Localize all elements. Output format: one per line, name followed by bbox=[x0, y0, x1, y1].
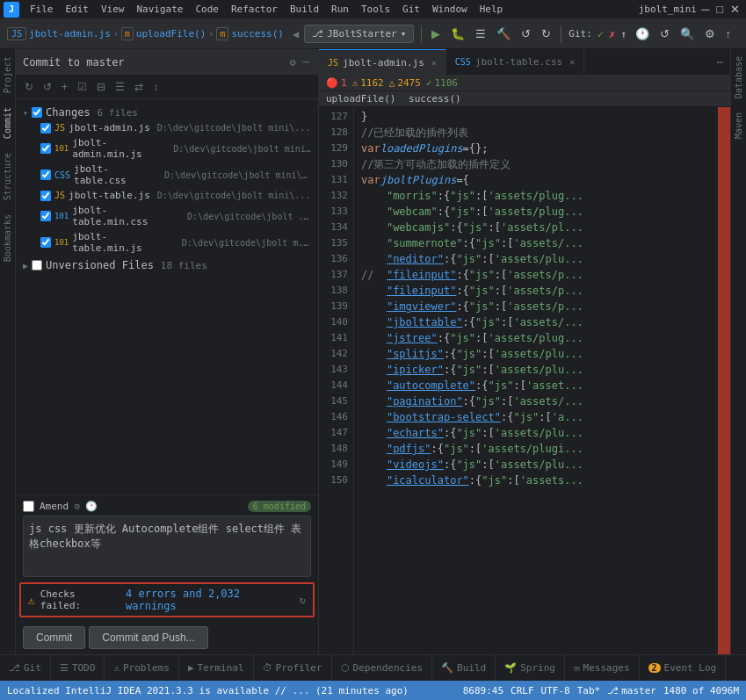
tab2-close-icon[interactable]: ✕ bbox=[569, 57, 575, 67]
bottom-tab-eventlog[interactable]: 2 Event Log bbox=[640, 655, 727, 681]
toolbar-back-btn[interactable]: ◀ bbox=[293, 28, 299, 40]
vc-add-btn[interactable]: + bbox=[58, 79, 71, 95]
file5-checkbox[interactable] bbox=[40, 211, 51, 221]
left-label-structure[interactable]: Structure bbox=[1, 146, 14, 207]
maximize-button[interactable]: □ bbox=[713, 0, 726, 18]
menu-run[interactable]: Run bbox=[326, 2, 354, 17]
menu-view[interactable]: View bbox=[96, 2, 130, 17]
bottom-tab-profiler[interactable]: ⏱ Profiler bbox=[254, 655, 332, 681]
unversioned-section-header[interactable]: ▶ Unversioned Files 18 files bbox=[16, 257, 318, 273]
status-encoding[interactable]: CRLF bbox=[511, 685, 534, 696]
code-content[interactable]: } //已经加载的插件列表 var loadedPlugins={}; //第三… bbox=[354, 107, 718, 654]
breadcrumb-method1[interactable]: uploadFile() bbox=[136, 28, 206, 40]
bottom-tab-messages[interactable]: ✉ Messages bbox=[565, 655, 640, 681]
commit-button[interactable]: Commit bbox=[23, 626, 85, 649]
menu-code[interactable]: Code bbox=[190, 2, 224, 17]
minimize-button[interactable]: ─ bbox=[699, 0, 712, 18]
bottom-tab-todo[interactable]: ☰ TODO bbox=[51, 655, 105, 681]
breadcrumb-upload[interactable]: uploadFile() bbox=[326, 93, 395, 105]
vc-refresh-btn[interactable]: ↻ bbox=[21, 79, 37, 95]
bottom-tab-spring[interactable]: 🌱 Spring bbox=[496, 655, 565, 681]
checks-errors-link[interactable]: 4 errors and 2,032 warnings bbox=[126, 588, 294, 612]
run-button[interactable]: ▶ bbox=[429, 25, 443, 43]
menu-tools[interactable]: Tools bbox=[356, 2, 395, 17]
unversioned-checkbox[interactable] bbox=[32, 260, 42, 271]
file6-checkbox[interactable] bbox=[40, 237, 51, 248]
menu-navigate[interactable]: Navigate bbox=[132, 2, 189, 17]
close-button[interactable]: ✕ bbox=[728, 0, 742, 18]
vc-settings-icon[interactable]: ⚙ bbox=[288, 54, 298, 70]
breadcrumb-method2[interactable]: success() bbox=[231, 28, 284, 40]
tab-jbolt-admin-js[interactable]: JS jbolt-admin.js ✕ bbox=[319, 49, 446, 75]
menu-help[interactable]: Help bbox=[474, 2, 509, 17]
bottom-tab-problems[interactable]: ⚠ Problems bbox=[105, 655, 179, 681]
status-branch[interactable]: ⎇ master bbox=[607, 685, 656, 696]
changes-checkbox[interactable] bbox=[32, 107, 42, 118]
file3-checkbox[interactable] bbox=[40, 170, 51, 180]
list-item[interactable]: 101 jbolt-table.min.js D:\dev\gitcode\jb… bbox=[16, 229, 318, 256]
checks-prefix: Checks failed: bbox=[40, 588, 120, 611]
search-everywhere-btn[interactable]: 🔍 bbox=[677, 25, 697, 43]
undo-button[interactable]: ↺ bbox=[518, 25, 533, 43]
update-btn[interactable]: ↑ bbox=[723, 25, 735, 43]
menu-refactor[interactable]: Refactor bbox=[226, 2, 283, 17]
list-item[interactable]: JS jbolt-table.js D:\dev\gitcode\jbolt_m… bbox=[16, 188, 318, 203]
tabs-more-icon[interactable]: ⋯ bbox=[710, 56, 730, 69]
file3-name: jbolt-table.css bbox=[74, 163, 157, 186]
vc-group-btn[interactable]: ☰ bbox=[112, 79, 128, 95]
vc-minimize-icon[interactable]: ─ bbox=[301, 54, 311, 70]
vc-check-all-btn[interactable]: ☑ bbox=[74, 79, 91, 95]
vc-sort-btn[interactable]: ↕ bbox=[149, 79, 162, 95]
commit-and-push-button[interactable]: Commit and Push... bbox=[89, 626, 207, 649]
left-label-bookmarks[interactable]: Bookmarks bbox=[1, 207, 14, 269]
branch-selector[interactable]: ⎇ JBoltStarter ▾ bbox=[304, 25, 414, 43]
list-item[interactable]: JS jbolt-admin.js D:\dev\gitcode\jbolt_m… bbox=[16, 120, 318, 135]
left-label-project[interactable]: Project bbox=[1, 49, 14, 100]
status-memory[interactable]: 1480 of 4096M bbox=[663, 685, 739, 696]
bottom-tab-terminal[interactable]: ▶ Terminal bbox=[179, 655, 254, 681]
redo-button[interactable]: ↻ bbox=[539, 25, 554, 43]
settings-btn[interactable]: ⚙ bbox=[702, 25, 718, 43]
right-scrollbar[interactable] bbox=[718, 107, 730, 654]
checks-refresh-icon[interactable]: ↻ bbox=[300, 594, 306, 606]
menu-build[interactable]: Build bbox=[285, 2, 324, 17]
status-indent[interactable]: Tab* bbox=[577, 685, 601, 696]
status-charset[interactable]: UTF-8 bbox=[541, 685, 570, 696]
breadcrumb-admin-js[interactable]: jbolt-admin.js bbox=[29, 28, 111, 40]
build-button[interactable]: 🔨 bbox=[494, 25, 513, 43]
changes-section-header[interactable]: ▾ Changes 6 files bbox=[16, 105, 318, 120]
list-item[interactable]: 101 jbolt-table.min.css D:\dev\gitcode\j… bbox=[16, 203, 318, 229]
right-label-maven[interactable]: Maven bbox=[732, 105, 745, 146]
menu-file[interactable]: File bbox=[25, 2, 59, 17]
git-undo-btn[interactable]: ↺ bbox=[657, 25, 672, 43]
left-label-commit[interactable]: Commit bbox=[1, 100, 14, 146]
tab-jbolt-table-css[interactable]: CSS jbolt-table.css ✕ bbox=[446, 49, 584, 75]
file1-checkbox[interactable] bbox=[40, 123, 51, 134]
menu-git[interactable]: Git bbox=[397, 2, 425, 17]
right-label-database[interactable]: Database bbox=[732, 49, 745, 105]
vc-uncheck-btn[interactable]: ⊟ bbox=[93, 79, 109, 95]
status-line[interactable]: 8689:45 bbox=[463, 685, 503, 696]
file4-path: D:\dev\gitcode\jbolt_mini\... bbox=[157, 191, 311, 200]
bottom-tab-git[interactable]: ⎇ Git bbox=[0, 655, 51, 681]
bottom-tab-dependencies[interactable]: ⬡ Dependencies bbox=[332, 655, 432, 681]
amend-settings-icon[interactable]: ⚙ bbox=[74, 501, 80, 512]
debug-button[interactable]: 🐛 bbox=[448, 25, 467, 43]
vc-undo-btn[interactable]: ↺ bbox=[40, 79, 55, 95]
bottom-tab-build[interactable]: 🔨 Build bbox=[432, 655, 496, 681]
vc-diff-btn[interactable]: ⇄ bbox=[131, 79, 147, 95]
breadcrumb-success[interactable]: success() bbox=[409, 93, 461, 105]
amend-clock-icon[interactable]: 🕐 bbox=[85, 501, 98, 512]
git-clock-btn[interactable]: 🕐 bbox=[633, 25, 652, 43]
amend-checkbox[interactable] bbox=[23, 501, 34, 512]
list-item[interactable]: CSS jbolt-table.css D:\dev\gitcode\jbolt… bbox=[16, 162, 318, 188]
menu-edit[interactable]: Edit bbox=[61, 2, 95, 17]
status-notification[interactable]: Localized IntelliJ IDEA 2021.3.3 is avai… bbox=[7, 685, 409, 696]
tab1-close-icon[interactable]: ✕ bbox=[431, 58, 437, 68]
commit-message-input[interactable]: js css 更新优化 Autocomplete组件 select组件 表格ch… bbox=[23, 516, 311, 577]
file2-checkbox[interactable] bbox=[40, 143, 51, 154]
file4-checkbox[interactable] bbox=[40, 191, 51, 201]
list-item[interactable]: 101 jbolt-admin.min.js D:\dev\gitcode\jb… bbox=[16, 135, 318, 162]
menu-window[interactable]: Window bbox=[427, 2, 473, 17]
coverage-button[interactable]: ☰ bbox=[473, 25, 489, 43]
